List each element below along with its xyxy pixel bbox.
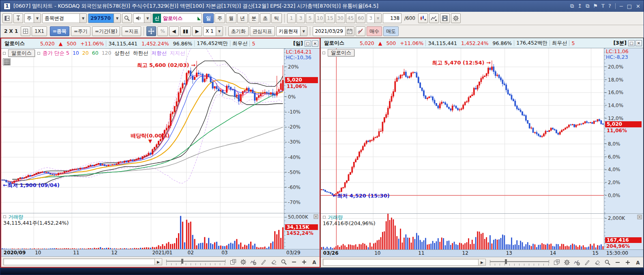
price-pane-3min[interactable]: 알로이스 최고 5,470 (12:54) →←최저 4,520 (15:30)	[321, 48, 604, 214]
stock-name-combo[interactable]: 신 알로이스	[152, 13, 202, 23]
erase-all-icon[interactable]	[594, 259, 601, 266]
snap-top-icon[interactable]: ↥	[577, 3, 582, 9]
volume-pane-3min[interactable]: 거래량 167,416주(204,96%)	[321, 214, 604, 249]
maximize-button[interactable]: □	[627, 3, 632, 9]
zoom-in-icon[interactable]	[624, 259, 631, 266]
pause-button[interactable]: ▮▮	[180, 26, 191, 36]
link-tab-=기간(봉)[interactable]: =기간(봉)	[92, 26, 120, 36]
link-tab-=주기[interactable]: =주기	[71, 26, 90, 36]
period-tab-월[interactable]: 월	[226, 13, 236, 23]
period-tab-년[interactable]: 년	[237, 13, 248, 23]
help-icon[interactable]: ?	[608, 3, 611, 9]
search-icon[interactable]	[122, 13, 132, 23]
favorite-indicator-button[interactable]: 관심지표	[250, 26, 275, 36]
duplicate-window-icon[interactable]: ⧉	[586, 3, 589, 9]
panel-toggle-icon[interactable]	[2, 13, 12, 23]
zoom-slider[interactable]	[165, 258, 226, 266]
minimize-button[interactable]: ─	[620, 3, 623, 9]
pin-tab-icon[interactable]	[13, 13, 23, 23]
bar-count-input[interactable]: 138	[383, 13, 401, 23]
calendar-icon[interactable]	[345, 27, 354, 36]
zoom-in-icon[interactable]	[301, 258, 307, 265]
play-next-button[interactable]: ▶	[192, 26, 202, 36]
font-size-icon[interactable]: A	[311, 258, 318, 265]
data-table-icon[interactable]	[3, 58, 11, 65]
close-button[interactable]: ✕	[636, 3, 640, 9]
speed-dropdown[interactable]: X 1▼	[203, 26, 223, 36]
draw-tools-icon[interactable]	[260, 258, 267, 265]
play-prev-button[interactable]: ◀	[169, 26, 179, 36]
title-bar[interactable]: 1 [0607] 멀티차트 - KOSDAQ 외국인보유[578(천)] 주식수…	[0, 0, 644, 12]
chart-restore-button[interactable]: □	[305, 41, 311, 47]
buy-button[interactable]: 매수	[367, 26, 382, 36]
zoom-tool-icon[interactable]	[280, 258, 287, 265]
settings-gear-icon[interactable]	[451, 13, 461, 23]
zoom-out-icon[interactable]	[614, 259, 621, 266]
interval-1[interactable]: 1	[287, 13, 296, 23]
copy-window-icon[interactable]: ⧉	[570, 3, 574, 9]
zoom-tool-icon[interactable]	[604, 259, 611, 266]
price-pane-daily[interactable]: 알로이스 종가 단순 5102060120상한선하한선저항선지지선 최고 5,6…	[1, 49, 284, 213]
reset-button[interactable]: 초기화	[228, 26, 249, 36]
voice-dropdown[interactable]: ▼	[133, 13, 151, 23]
chart-restore-button[interactable]: □	[628, 40, 635, 46]
period-tab-분[interactable]: 분	[249, 13, 259, 23]
legend-checkbox[interactable]	[3, 52, 6, 55]
zoom-slider[interactable]	[489, 259, 550, 266]
settings-gear-icon[interactable]	[563, 259, 570, 266]
interval-dropdown[interactable]: 3▼	[367, 13, 382, 23]
scroll-right-icon[interactable]: ▶	[155, 259, 162, 265]
move-chart-icon[interactable]	[146, 26, 156, 36]
add-trendline-icon[interactable]	[429, 13, 439, 23]
interval-3[interactable]: 3	[296, 13, 305, 23]
sell-button[interactable]: 매도	[383, 26, 399, 36]
price-axis-3min[interactable]: LC:11,06 HC:-8,23 5,020 11,06% 20,0%18,0…	[604, 48, 643, 249]
link-tab-=지표[interactable]: =지표	[122, 26, 141, 36]
horizontal-scrollbar[interactable]: ▶	[3, 258, 162, 265]
interval-30[interactable]: 30	[336, 13, 345, 23]
period-tab-일[interactable]: 일	[203, 13, 214, 23]
legend-stock-name[interactable]: 알로이스	[328, 49, 354, 56]
layout-grid-icon[interactable]	[230, 258, 236, 265]
volume-pane-daily[interactable]: 거래량 34,115,441주(1,452,24%)	[1, 213, 284, 249]
interval-60[interactable]: 60	[356, 13, 365, 23]
stock-code-combo[interactable]: 297570 ▼	[88, 13, 121, 23]
period-tab-주[interactable]: 주	[215, 13, 225, 23]
candlestick-plot-daily[interactable]	[1, 49, 284, 213]
interval-5[interactable]: 5	[306, 13, 314, 23]
period-dropdown[interactable]: 주▼	[24, 13, 41, 23]
collapse-volume-icon[interactable]	[313, 214, 318, 219]
period-tab-틱[interactable]: 틱	[271, 13, 282, 23]
stock-change-dropdown[interactable]: 종목변경▼	[42, 13, 87, 23]
legend-stock-name[interactable]: 알로이스	[8, 49, 35, 57]
chart-toggle-icon[interactable]	[356, 26, 365, 36]
indicator-settings-icon[interactable]	[573, 259, 580, 266]
erase-all-icon[interactable]	[270, 258, 277, 265]
save-icon[interactable]	[440, 13, 450, 23]
kiwoom-now-dropdown[interactable]: 키움현재▼	[276, 26, 307, 36]
collapse-volume-icon[interactable]	[637, 215, 642, 219]
date-value[interactable]: 2021/03/29	[313, 27, 345, 36]
speaker-icon[interactable]	[133, 14, 144, 23]
candlestick-plot-3min[interactable]	[321, 48, 604, 213]
interval-10[interactable]: 10	[315, 13, 324, 23]
interval-15[interactable]: 15	[325, 13, 335, 23]
legend-checkbox[interactable]	[3, 215, 6, 218]
legend-checkbox[interactable]	[322, 52, 325, 54]
horizontal-scrollbar[interactable]: ▶	[323, 259, 486, 266]
legend-checkbox[interactable]	[37, 52, 40, 55]
percent-button[interactable]: %	[157, 26, 167, 36]
settings-gear-icon[interactable]	[240, 258, 247, 265]
chart-close-button[interactable]: ✕	[312, 41, 318, 47]
draw-tools-icon[interactable]	[584, 259, 590, 266]
stock-code-input[interactable]: 297570	[88, 14, 114, 23]
zoom-out-icon[interactable]	[290, 258, 297, 265]
chart-close-button[interactable]: ✕	[635, 40, 642, 46]
scroll-right-icon[interactable]: ▶	[478, 259, 485, 265]
price-axis-daily[interactable]: LC:164,21 HC:-10,36 5,020 11,06% 20%0%-1…	[284, 49, 320, 249]
add-candle-icon[interactable]	[418, 13, 428, 23]
layout-grid-icon[interactable]	[553, 259, 560, 266]
link-tab-=종목[interactable]: =종목	[50, 26, 69, 36]
legend-checkbox[interactable]	[323, 216, 326, 219]
text-tool-icon[interactable]: T	[601, 3, 605, 9]
